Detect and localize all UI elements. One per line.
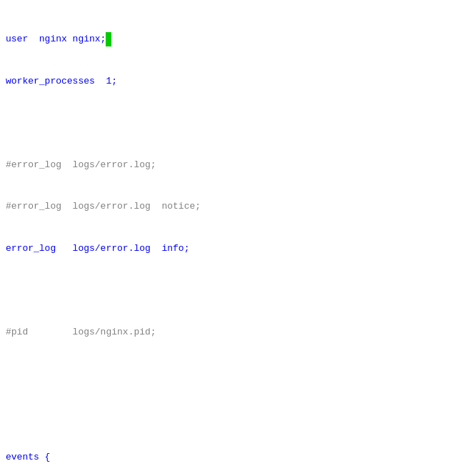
code-text: events { [6, 452, 50, 462]
code-text: user nginx nginx; [6, 34, 106, 44]
code-text: #error_log logs/error.log; [6, 159, 156, 170]
code-line-9 [6, 367, 446, 381]
code-line-4: #error_log logs/error.log; [6, 158, 446, 172]
code-text: worker_processes 1; [6, 76, 117, 86]
code-line-6: error_log logs/error.log info; [6, 242, 446, 256]
code-text: error_log logs/error.log info; [6, 243, 189, 254]
code-editor: user nginx nginx; worker_processes 1; #e… [0, 0, 452, 476]
code-line-7 [6, 283, 446, 297]
code-text: #pid logs/nginx.pid; [6, 327, 156, 337]
code-line-3 [6, 116, 446, 130]
cursor [106, 32, 111, 46]
code-line-8: #pid logs/nginx.pid; [6, 325, 446, 339]
code-line-11: events { [6, 450, 446, 465]
code-line-1: user nginx nginx; [6, 32, 446, 46]
code-text: #error_log logs/error.log notice; [6, 201, 201, 212]
code-line-10 [6, 409, 446, 423]
code-line-2: worker_processes 1; [6, 74, 446, 89]
code-line-5: #error_log logs/error.log notice; [6, 199, 446, 214]
